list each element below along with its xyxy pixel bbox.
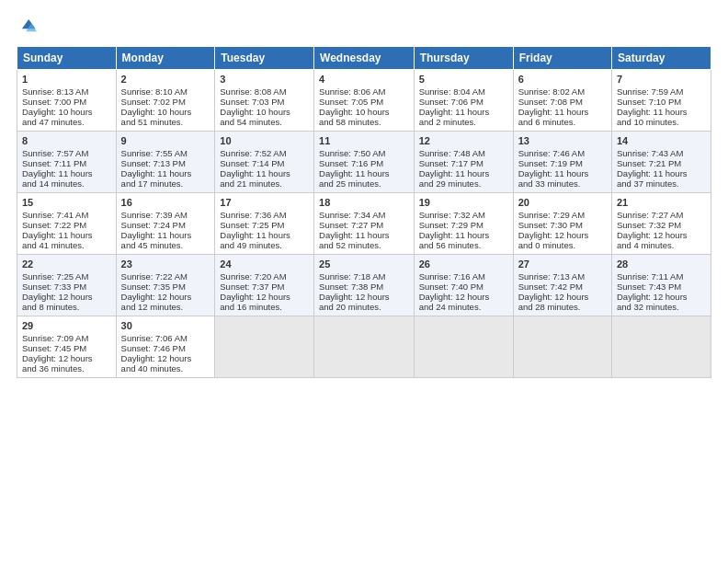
calendar-cell: 5 Sunrise: 8:04 AMSunset: 7:06 PMDayligh… [414, 70, 513, 132]
day-number: 24 [220, 259, 309, 270]
calendar-cell: 13 Sunrise: 7:46 AMSunset: 7:19 PMDaylig… [513, 132, 611, 193]
weekday-header-wednesday: Wednesday [314, 47, 415, 70]
calendar-cell [414, 316, 513, 378]
calendar-cell: 2 Sunrise: 8:10 AMSunset: 7:02 PMDayligh… [116, 70, 215, 132]
calendar-cell: 22 Sunrise: 7:25 AMSunset: 7:33 PMDaylig… [17, 255, 117, 316]
calendar-cell: 6 Sunrise: 8:02 AMSunset: 7:08 PMDayligh… [513, 70, 611, 132]
weekday-header-monday: Monday [116, 47, 215, 70]
day-number: 15 [22, 197, 111, 208]
calendar-cell [314, 316, 415, 378]
calendar-cell: 1 Sunrise: 8:13 AMSunset: 7:00 PMDayligh… [17, 70, 117, 132]
calendar-cell: 15 Sunrise: 7:41 AMSunset: 7:22 PMDaylig… [17, 193, 117, 255]
weekday-header-thursday: Thursday [414, 47, 513, 70]
calendar-cell: 19 Sunrise: 7:32 AMSunset: 7:29 PMDaylig… [414, 193, 513, 255]
sunrise: Sunrise: 7:36 AMSunset: 7:25 PMDaylight:… [220, 210, 290, 250]
sunrise: Sunrise: 7:13 AMSunset: 7:42 PMDaylight:… [518, 271, 589, 312]
sunrise: Sunrise: 7:50 AMSunset: 7:16 PMDaylight:… [319, 148, 390, 189]
day-number: 3 [220, 74, 309, 85]
day-number: 30 [121, 320, 210, 331]
sunrise: Sunrise: 7:52 AMSunset: 7:14 PMDaylight:… [220, 148, 290, 189]
sunrise: Sunrise: 7:39 AMSunset: 7:24 PMDaylight:… [121, 210, 192, 250]
sunrise: Sunrise: 7:32 AMSunset: 7:29 PMDaylight:… [419, 210, 490, 250]
calendar-cell: 4 Sunrise: 8:06 AMSunset: 7:05 PMDayligh… [314, 70, 415, 132]
day-number: 23 [121, 259, 210, 270]
sunrise: Sunrise: 8:04 AMSunset: 7:06 PMDaylight:… [419, 86, 490, 127]
sunrise: Sunrise: 7:29 AMSunset: 7:30 PMDaylight:… [518, 210, 589, 250]
calendar-week-4: 22 Sunrise: 7:25 AMSunset: 7:33 PMDaylig… [17, 255, 711, 316]
day-number: 2 [121, 74, 210, 85]
calendar-cell: 11 Sunrise: 7:50 AMSunset: 7:16 PMDaylig… [314, 132, 415, 193]
day-number: 21 [617, 197, 706, 208]
page: SundayMondayTuesdayWednesdayThursdayFrid… [0, 0, 728, 563]
calendar-cell: 10 Sunrise: 7:52 AMSunset: 7:14 PMDaylig… [215, 132, 314, 193]
calendar-week-5: 29 Sunrise: 7:09 AMSunset: 7:45 PMDaylig… [17, 316, 711, 378]
day-number: 10 [220, 135, 309, 146]
calendar-week-2: 8 Sunrise: 7:57 AMSunset: 7:11 PMDayligh… [17, 132, 711, 193]
calendar-cell: 18 Sunrise: 7:34 AMSunset: 7:27 PMDaylig… [314, 193, 415, 255]
day-number: 14 [617, 135, 706, 146]
day-number: 11 [319, 135, 409, 146]
sunrise: Sunrise: 8:02 AMSunset: 7:08 PMDaylight:… [518, 86, 589, 127]
sunrise: Sunrise: 7:34 AMSunset: 7:27 PMDaylight:… [319, 210, 390, 250]
day-number: 27 [518, 259, 607, 270]
calendar-cell: 20 Sunrise: 7:29 AMSunset: 7:30 PMDaylig… [513, 193, 611, 255]
day-number: 13 [518, 135, 607, 146]
calendar-cell: 29 Sunrise: 7:09 AMSunset: 7:45 PMDaylig… [17, 316, 117, 378]
weekday-header-sunday: Sunday [17, 47, 117, 70]
sunrise: Sunrise: 8:08 AMSunset: 7:03 PMDaylight:… [220, 86, 290, 127]
calendar-cell: 14 Sunrise: 7:43 AMSunset: 7:21 PMDaylig… [612, 132, 711, 193]
calendar-cell: 7 Sunrise: 7:59 AMSunset: 7:10 PMDayligh… [612, 70, 711, 132]
calendar-cell: 26 Sunrise: 7:16 AMSunset: 7:40 PMDaylig… [414, 255, 513, 316]
calendar-cell [612, 316, 711, 378]
logo [17, 17, 40, 37]
day-number: 20 [518, 197, 607, 208]
day-number: 18 [319, 197, 409, 208]
sunrise: Sunrise: 7:11 AMSunset: 7:43 PMDaylight:… [617, 271, 688, 312]
day-number: 29 [22, 320, 111, 331]
calendar-week-3: 15 Sunrise: 7:41 AMSunset: 7:22 PMDaylig… [17, 193, 711, 255]
day-number: 12 [419, 135, 508, 146]
sunrise: Sunrise: 8:13 AMSunset: 7:00 PMDaylight:… [22, 86, 93, 127]
sunrise: Sunrise: 7:41 AMSunset: 7:22 PMDaylight:… [22, 210, 93, 250]
day-number: 17 [220, 197, 309, 208]
logo-icon [17, 17, 37, 37]
sunrise: Sunrise: 8:06 AMSunset: 7:05 PMDaylight:… [319, 86, 390, 127]
calendar-cell: 23 Sunrise: 7:22 AMSunset: 7:35 PMDaylig… [116, 255, 215, 316]
day-number: 7 [617, 74, 706, 85]
calendar-cell: 12 Sunrise: 7:48 AMSunset: 7:17 PMDaylig… [414, 132, 513, 193]
header [17, 17, 711, 37]
calendar-cell: 8 Sunrise: 7:57 AMSunset: 7:11 PMDayligh… [17, 132, 117, 193]
calendar-cell: 17 Sunrise: 7:36 AMSunset: 7:25 PMDaylig… [215, 193, 314, 255]
day-number: 22 [22, 259, 111, 270]
calendar-cell: 28 Sunrise: 7:11 AMSunset: 7:43 PMDaylig… [612, 255, 711, 316]
sunrise: Sunrise: 7:09 AMSunset: 7:45 PMDaylight:… [22, 333, 93, 373]
sunrise: Sunrise: 7:57 AMSunset: 7:11 PMDaylight:… [22, 148, 93, 189]
sunrise: Sunrise: 7:48 AMSunset: 7:17 PMDaylight:… [419, 148, 490, 189]
sunrise: Sunrise: 8:10 AMSunset: 7:02 PMDaylight:… [121, 86, 192, 127]
day-number: 5 [419, 74, 508, 85]
calendar-cell: 3 Sunrise: 8:08 AMSunset: 7:03 PMDayligh… [215, 70, 314, 132]
sunrise: Sunrise: 7:25 AMSunset: 7:33 PMDaylight:… [22, 271, 93, 312]
header-row: SundayMondayTuesdayWednesdayThursdayFrid… [17, 47, 711, 70]
calendar-cell [215, 316, 314, 378]
sunrise: Sunrise: 7:16 AMSunset: 7:40 PMDaylight:… [419, 271, 490, 312]
day-number: 4 [319, 74, 409, 85]
calendar-cell: 27 Sunrise: 7:13 AMSunset: 7:42 PMDaylig… [513, 255, 611, 316]
sunrise: Sunrise: 7:22 AMSunset: 7:35 PMDaylight:… [121, 271, 192, 312]
day-number: 19 [419, 197, 508, 208]
weekday-header-saturday: Saturday [612, 47, 711, 70]
calendar-cell: 25 Sunrise: 7:18 AMSunset: 7:38 PMDaylig… [314, 255, 415, 316]
sunrise: Sunrise: 7:27 AMSunset: 7:32 PMDaylight:… [617, 210, 688, 250]
day-number: 9 [121, 135, 210, 146]
sunrise: Sunrise: 7:59 AMSunset: 7:10 PMDaylight:… [617, 86, 688, 127]
sunrise: Sunrise: 7:46 AMSunset: 7:19 PMDaylight:… [518, 148, 589, 189]
sunrise: Sunrise: 7:20 AMSunset: 7:37 PMDaylight:… [220, 271, 290, 312]
weekday-header-friday: Friday [513, 47, 611, 70]
day-number: 26 [419, 259, 508, 270]
calendar-cell: 30 Sunrise: 7:06 AMSunset: 7:46 PMDaylig… [116, 316, 215, 378]
day-number: 1 [22, 74, 111, 85]
sunrise: Sunrise: 7:18 AMSunset: 7:38 PMDaylight:… [319, 271, 390, 312]
sunrise: Sunrise: 7:55 AMSunset: 7:13 PMDaylight:… [121, 148, 192, 189]
day-number: 6 [518, 74, 607, 85]
day-number: 16 [121, 197, 210, 208]
